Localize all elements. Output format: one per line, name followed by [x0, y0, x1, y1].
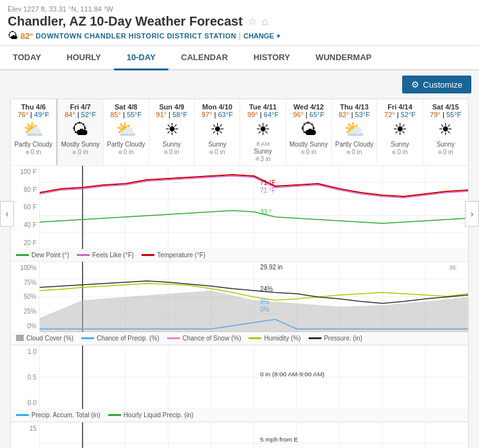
day-desc-2: Partly Cloudy: [105, 141, 147, 148]
cloud-icon: [16, 335, 24, 341]
day-col-1[interactable]: Fri 4/7 84° | 52°F 🌤 Mostly Sunny 0 in: [56, 99, 103, 165]
y-25pct: 25%: [13, 308, 37, 315]
legend-cloud-label: Cloud Cover (%): [26, 335, 74, 342]
y-40: 40 F: [13, 221, 37, 228]
precip-chart-svg: 0 in (8:00 AM-9:00 AM): [40, 346, 468, 409]
day-date-3: Sun 4/9: [150, 103, 193, 111]
day-temps-0: 76° | 49°F: [12, 111, 54, 118]
legend-snow-chance: Chance of Snow (%): [167, 335, 241, 342]
nav-tabs: TODAY HOURLY 10-DAY CALENDAR HISTORY WUN…: [0, 46, 479, 70]
day-precip-3: 0 in: [150, 148, 193, 156]
home-icon[interactable]: ⌂: [262, 16, 268, 28]
forecast-container: Thu 4/6 76° | 49°F ⛅ Partly Cloudy 0 in …: [10, 99, 469, 448]
day-precip-1: 0 in: [59, 148, 101, 156]
day-temps-4: 97° | 63°F: [196, 111, 238, 118]
elevation-text: Elev 1227 ft, 33.31 °N, 111.84 °W: [8, 5, 471, 13]
y-0pct: 0%: [13, 323, 37, 330]
tab-10day[interactable]: 10-DAY: [114, 46, 168, 70]
day-date-8: Fri 4/14: [378, 103, 421, 111]
y-75pct: 75%: [13, 279, 37, 286]
legend-precip-accum: Precip. Accum. Total (in): [16, 412, 101, 419]
tab-history[interactable]: HISTORY: [241, 46, 303, 70]
precip-accum-icon: [16, 414, 29, 416]
day-col-3[interactable]: Sun 4/9 91° | 58°F ☀ Sunny 0 in: [149, 99, 195, 165]
y-0p5: 0.5: [13, 374, 37, 381]
feels-line-icon: [77, 254, 90, 256]
day-precip-2: 0 in: [105, 148, 147, 156]
change-link[interactable]: CHANGE: [243, 32, 274, 40]
day-date-5: Tue 4/11: [241, 103, 284, 111]
day-col-2[interactable]: Sat 4/8 85° | 55°F ⛅ Partly Cloudy 0 in: [104, 99, 149, 165]
legend-hourly-precip: Hourly Liquid Precip. (in): [108, 412, 194, 419]
humidity-chart-legend: Cloud Cover (%) Chance of Precip. (%) Ch…: [11, 332, 468, 345]
y-50pct: 50%: [13, 293, 37, 300]
day-desc-6: Mostly Sunny: [288, 141, 330, 148]
tab-wundermap[interactable]: WUNDERMAP: [303, 46, 384, 70]
day-col-9[interactable]: Sat 4/15 79° | 55°F ☀ Sunny 0 in: [423, 99, 468, 165]
day-temps-9: 79° | 55°F: [425, 111, 467, 118]
weather-icon-7: ⛅: [333, 120, 375, 140]
next-arrow[interactable]: ›: [465, 201, 479, 227]
day-desc-0: Partly Cloudy: [12, 141, 54, 148]
day-desc-1: Mostly Sunny: [59, 141, 101, 148]
precip-accumulation-legend: Precip. Accum. Total (in) Hourly Liquid …: [11, 409, 468, 422]
day-precip-9: 0 in: [425, 148, 467, 156]
tab-today[interactable]: TODAY: [0, 46, 54, 70]
legend-temp-label: Temperature (°F): [157, 252, 206, 259]
svg-text:71 °F: 71 °F: [260, 179, 275, 186]
weather-emoji: 🌤: [8, 30, 18, 42]
day-col-0[interactable]: Thu 4/6 76° | 49°F ⛅ Partly Cloudy 0 in: [11, 99, 56, 165]
precip-dot-4: [209, 150, 213, 154]
precip-dot-5: [256, 157, 259, 161]
day-col-8[interactable]: Fri 4/14 72° | 52°F ☀ Sunny 0 in: [377, 99, 423, 165]
legend-humidity-label: Humidity (%): [264, 335, 300, 342]
precip-dot-7: [346, 150, 350, 154]
day-temps-1: 84° | 52°F: [59, 111, 101, 118]
svg-text:33 °: 33 °: [260, 209, 272, 216]
current-temp: 82°: [20, 31, 33, 41]
day-col-5[interactable]: Tue 4/11 99° | 64°F ☀ 8 AMSunny 3 in: [240, 99, 286, 165]
day-col-6[interactable]: Wed 4/12 96° | 65°F 🌤 Mostly Sunny 0 in: [286, 99, 332, 165]
day-precip-4: 0 in: [196, 148, 238, 156]
tab-calendar[interactable]: CALENDAR: [168, 46, 241, 70]
y-20: 20 F: [13, 239, 37, 246]
humidity-chart-svg: 29.92 in 24% 9% 0% 30.: [40, 262, 468, 332]
svg-text:9%: 9%: [260, 298, 269, 305]
chevron-down-icon: ▾: [277, 32, 280, 40]
weather-icon-2: ⛅: [105, 120, 147, 140]
day-desc-3: Sunny: [150, 141, 193, 148]
legend-pressure-label: Pressure. (in): [324, 335, 362, 342]
customize-button[interactable]: ⚙ Customize: [402, 76, 471, 93]
svg-text:29.92 in: 29.92 in: [260, 264, 282, 271]
day-date-9: Sat 4/15: [425, 103, 467, 111]
humidity-line-icon: [248, 337, 261, 339]
dew-line-icon: [16, 254, 29, 256]
weather-icon-5: ☀: [241, 120, 284, 140]
weather-icon-0: ⛅: [12, 120, 54, 140]
day-desc-7: Partly Cloudy: [333, 141, 375, 148]
precip-dot-8: [392, 150, 396, 154]
legend-humidity: Humidity (%): [248, 335, 300, 342]
legend-feels-label: Feels Like (°F): [92, 252, 134, 259]
hourly-precip-icon: [108, 414, 121, 416]
temp-chart-area: 100 F 80 F 60 F 40 F 20 F: [11, 166, 468, 262]
header: Elev 1227 ft, 33.31 °N, 111.84 °W Chandl…: [0, 0, 479, 46]
day-col-4[interactable]: Mon 4/10 97° | 63°F ☀ Sunny 0 in: [195, 99, 240, 165]
svg-text:71 °F: 71 °F: [260, 187, 275, 194]
tab-hourly[interactable]: HOURLY: [54, 46, 114, 70]
day-precip-5: 3 in: [241, 156, 284, 163]
y-1p0: 1.0: [13, 348, 37, 355]
prev-arrow[interactable]: ‹: [0, 201, 14, 227]
day-desc-5: 8 AMSunny: [241, 141, 284, 156]
legend-dew-point: Dew Point (°): [16, 252, 69, 259]
svg-text:30.: 30.: [449, 264, 457, 271]
day-date-6: Wed 4/12: [288, 103, 330, 111]
weather-icon-4: ☀: [196, 120, 238, 140]
weather-icon-1: 🌤: [59, 120, 101, 140]
location-text: DOWNTOWN CHANDLER HISTORIC DISTRICT STAT…: [36, 32, 236, 40]
day-precip-8: 0 in: [378, 148, 421, 156]
star-icon[interactable]: ☆: [248, 15, 257, 28]
pressure-line-icon: [309, 337, 321, 339]
wind-chart-area: 15 10 5: [11, 422, 468, 448]
day-col-7[interactable]: Thu 4/13 82° | 53°F ⛅ Partly Cloudy 0 in: [332, 99, 377, 165]
